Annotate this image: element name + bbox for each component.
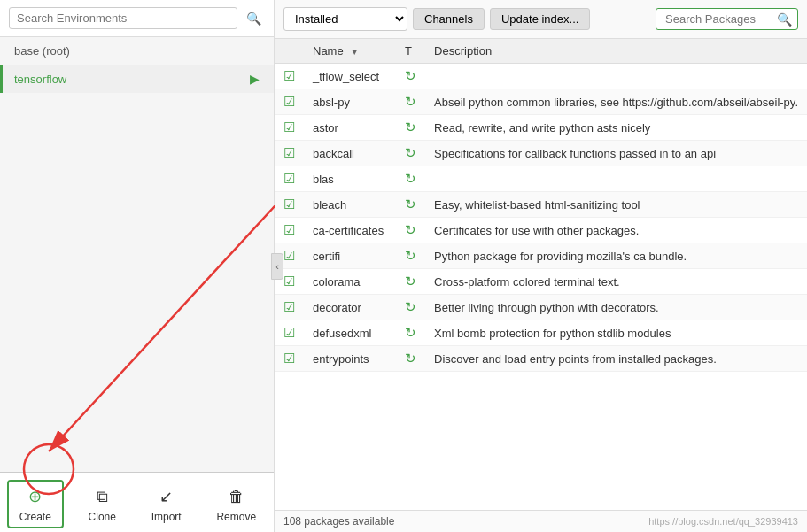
col-header-name[interactable]: Name ▼ bbox=[304, 39, 396, 64]
package-checkbox[interactable]: ☑ bbox=[275, 141, 304, 166]
package-name[interactable]: blas bbox=[304, 166, 396, 192]
table-header-row: Name ▼ T Description bbox=[275, 39, 807, 64]
search-environments-button[interactable]: 🔍 bbox=[243, 10, 265, 27]
package-name[interactable]: bleach bbox=[304, 192, 396, 218]
refresh-icon: ↻ bbox=[405, 325, 416, 341]
package-description: Cross-platform colored terminal text. bbox=[425, 269, 807, 295]
import-button[interactable]: ↙ Import bbox=[141, 480, 192, 528]
package-name[interactable]: entrypoints bbox=[304, 346, 396, 372]
env-item-tensorflow[interactable]: tensorflow ▶ bbox=[0, 65, 274, 93]
package-name[interactable]: absl-py bbox=[304, 89, 396, 115]
table-row[interactable]: ☑decorator↻Better living through python … bbox=[275, 295, 807, 320]
package-description bbox=[425, 64, 807, 89]
check-icon: ☑ bbox=[283, 248, 295, 263]
package-description: Xml bomb protection for python stdlib mo… bbox=[425, 320, 807, 346]
col-header-desc: Description bbox=[425, 39, 807, 64]
refresh-icon: ↻ bbox=[405, 171, 416, 187]
check-icon: ☑ bbox=[283, 120, 295, 135]
clone-icon: ⧉ bbox=[90, 485, 113, 508]
update-index-button[interactable]: Update index... bbox=[490, 8, 590, 30]
create-icon: ⊕ bbox=[24, 485, 47, 508]
table-row[interactable]: ☑colorama↻Cross-platform colored termina… bbox=[275, 269, 807, 295]
table-row[interactable]: ☑certifi↻Python package for providing mo… bbox=[275, 243, 807, 269]
check-icon: ☑ bbox=[283, 171, 295, 186]
package-type: ↻ bbox=[396, 320, 425, 346]
package-description: Certificates for use with other packages… bbox=[425, 218, 807, 243]
package-checkbox[interactable]: ☑ bbox=[275, 320, 304, 346]
table-row[interactable]: ☑entrypoints↻Discover and load entry poi… bbox=[275, 346, 807, 372]
table-row[interactable]: ☑absl-py↻Abseil python common libraries,… bbox=[275, 89, 807, 115]
package-name[interactable]: backcall bbox=[304, 141, 396, 166]
table-row[interactable]: ☑blas↻ bbox=[275, 166, 807, 192]
package-checkbox[interactable]: ☑ bbox=[275, 295, 304, 320]
table-row[interactable]: ☑_tflow_select↻ bbox=[275, 64, 807, 89]
package-name[interactable]: decorator bbox=[304, 295, 396, 320]
package-description: Abseil python common libraries, see http… bbox=[425, 89, 807, 115]
table-row[interactable]: ☑ca-certificates↻Certificates for use wi… bbox=[275, 218, 807, 243]
check-icon: ☑ bbox=[283, 68, 295, 83]
package-checkbox[interactable]: ☑ bbox=[275, 115, 304, 141]
package-type: ↻ bbox=[396, 218, 425, 243]
environment-list: base (root) tensorflow ▶ bbox=[0, 37, 274, 472]
check-icon: ☑ bbox=[283, 197, 295, 212]
refresh-icon: ↻ bbox=[405, 94, 416, 110]
remove-icon: 🗑 bbox=[225, 485, 248, 508]
refresh-icon: ↻ bbox=[405, 120, 416, 135]
package-table: Name ▼ T Description ☑_tflow_select↻☑abs… bbox=[275, 39, 807, 372]
package-name[interactable]: defusedxml bbox=[304, 320, 396, 346]
check-icon: ☑ bbox=[283, 94, 295, 109]
remove-button[interactable]: 🗑 Remove bbox=[206, 480, 267, 528]
watermark: https://blog.csdn.net/qq_32939413 bbox=[648, 516, 798, 527]
package-count: 108 packages available bbox=[283, 515, 394, 528]
search-environments-input[interactable] bbox=[9, 7, 237, 29]
package-name[interactable]: certifi bbox=[304, 243, 396, 269]
package-checkbox[interactable]: ☑ bbox=[275, 64, 304, 89]
refresh-icon: ↻ bbox=[405, 68, 416, 84]
left-panel: 🔍 base (root) tensorflow ▶ ⊕ Create bbox=[0, 0, 275, 532]
check-icon: ☑ bbox=[283, 351, 295, 366]
check-icon: ☑ bbox=[283, 274, 295, 289]
create-button[interactable]: ⊕ Create bbox=[7, 480, 64, 528]
table-row[interactable]: ☑defusedxml↻Xml bomb protection for pyth… bbox=[275, 320, 807, 346]
right-panel: Installed Not Installed Updatable All Ch… bbox=[275, 0, 807, 532]
collapse-handle[interactable]: ‹ bbox=[271, 253, 283, 280]
sort-arrow-name: ▼ bbox=[350, 47, 359, 57]
package-type: ↻ bbox=[396, 346, 425, 372]
bottom-toolbar: ⊕ Create ⧉ Clone ↙ Import 🗑 Remove bbox=[0, 472, 274, 532]
filter-select[interactable]: Installed Not Installed Updatable All bbox=[283, 7, 407, 31]
play-icon: ▶ bbox=[250, 72, 260, 86]
package-name[interactable]: astor bbox=[304, 115, 396, 141]
check-icon: ☑ bbox=[283, 145, 295, 160]
search-packages-icon: 🔍 bbox=[777, 12, 792, 27]
package-table-container: Name ▼ T Description ☑_tflow_select↻☑abs… bbox=[275, 39, 807, 510]
refresh-icon: ↻ bbox=[405, 299, 416, 315]
package-description: Python package for providing mozilla's c… bbox=[425, 243, 807, 269]
package-type: ↻ bbox=[396, 141, 425, 166]
refresh-icon: ↻ bbox=[405, 248, 416, 264]
package-name[interactable]: _tflow_select bbox=[304, 64, 396, 89]
env-item-base[interactable]: base (root) bbox=[0, 37, 274, 65]
refresh-icon: ↻ bbox=[405, 222, 416, 238]
refresh-icon: ↻ bbox=[405, 145, 416, 161]
package-checkbox[interactable]: ☑ bbox=[275, 346, 304, 372]
search-packages-input[interactable] bbox=[662, 11, 777, 27]
refresh-icon: ↻ bbox=[405, 197, 416, 212]
table-row[interactable]: ☑astor↻Read, rewrite, and write python a… bbox=[275, 115, 807, 141]
package-checkbox[interactable]: ☑ bbox=[275, 218, 304, 243]
package-type: ↻ bbox=[396, 64, 425, 89]
table-row[interactable]: ☑backcall↻Specifications for callback fu… bbox=[275, 141, 807, 166]
package-type: ↻ bbox=[396, 192, 425, 218]
table-row[interactable]: ☑bleach↻Easy, whitelist-based html-sanit… bbox=[275, 192, 807, 218]
channels-button[interactable]: Channels bbox=[413, 8, 485, 30]
env-search-bar: 🔍 bbox=[0, 0, 274, 37]
package-checkbox[interactable]: ☑ bbox=[275, 89, 304, 115]
package-name[interactable]: ca-certificates bbox=[304, 218, 396, 243]
package-checkbox[interactable]: ☑ bbox=[275, 166, 304, 192]
package-type: ↻ bbox=[396, 269, 425, 295]
package-checkbox[interactable]: ☑ bbox=[275, 192, 304, 218]
package-name[interactable]: colorama bbox=[304, 269, 396, 295]
right-toolbar: Installed Not Installed Updatable All Ch… bbox=[275, 0, 807, 39]
clone-button[interactable]: ⧉ Clone bbox=[78, 480, 127, 528]
package-type: ↻ bbox=[396, 295, 425, 320]
footer-bar: 108 packages available https://blog.csdn… bbox=[275, 510, 807, 532]
